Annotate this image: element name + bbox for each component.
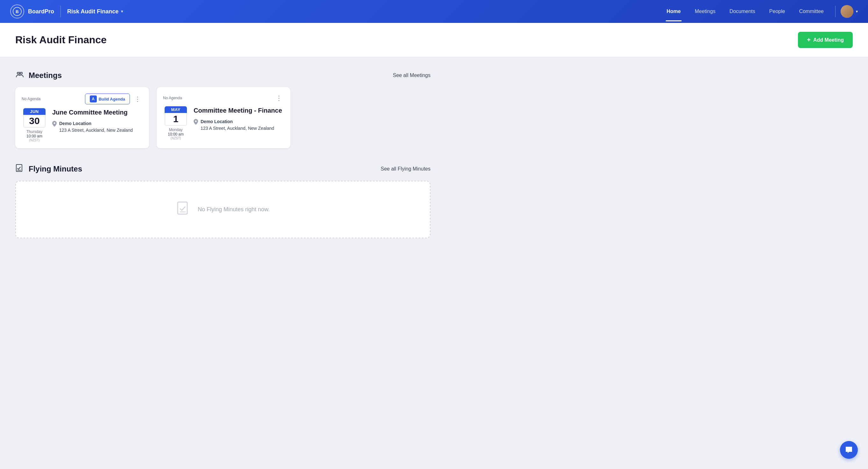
- no-agenda-badge: No Agenda: [163, 96, 182, 100]
- add-meeting-button[interactable]: + Add Meeting: [798, 32, 853, 48]
- location-icon: [194, 119, 198, 126]
- meeting-name: Committee Meeting - Finance: [194, 106, 284, 114]
- brand-logo-icon: B: [10, 4, 24, 19]
- build-agenda-label: Build Agenda: [99, 97, 125, 101]
- card-details: June Committee Meeting Demo Location 1: [52, 108, 143, 134]
- date-day-box: 1: [165, 113, 187, 126]
- date-month: May: [165, 106, 187, 113]
- svg-point-3: [20, 72, 22, 74]
- plus-icon: +: [807, 36, 811, 43]
- card-top-row: No Agenda A Build Agenda ⋮: [22, 94, 143, 104]
- date-day: 1: [165, 114, 186, 124]
- svg-text:B: B: [16, 9, 19, 14]
- flying-minutes-empty: No Flying Minutes right now.: [15, 181, 431, 238]
- card-menu-icon[interactable]: ⋮: [132, 95, 143, 103]
- brand-logo-link[interactable]: B BoardPro: [10, 4, 54, 19]
- page-title: Risk Audit Finance: [15, 34, 107, 46]
- nav-home[interactable]: Home: [660, 6, 687, 17]
- avatar-image: [841, 5, 854, 18]
- location-row: Demo Location 123 A Street, Auckland, Ne…: [194, 119, 284, 132]
- add-meeting-label: Add Meeting: [813, 37, 844, 43]
- card-body: May 1 Monday 10:00 am (NZST) Committee M…: [163, 106, 284, 140]
- flying-minutes-empty-text: No Flying Minutes right now.: [198, 206, 270, 213]
- card-menu-icon[interactable]: ⋮: [274, 94, 284, 102]
- avatar[interactable]: [841, 5, 854, 18]
- org-name: Risk Audit Finance: [67, 8, 119, 15]
- user-chevron-icon: ▾: [856, 9, 858, 14]
- flying-minutes-section-header: Flying Minutes See all Flying Minutes: [15, 164, 431, 174]
- location-row: Demo Location 123 A Street, Auckland, Ne…: [52, 120, 143, 134]
- date-weekday: Thursday: [26, 130, 42, 134]
- meeting-card: No Agenda A Build Agenda ⋮ Jun 30: [15, 87, 149, 148]
- brand-name: BoardPro: [28, 8, 54, 15]
- card-details: Committee Meeting - Finance Demo Locatio…: [194, 106, 284, 132]
- svg-rect-9: [178, 202, 187, 214]
- date-widget: Jun 30 Thursday 10:00 am (NZST): [22, 108, 47, 142]
- nav-user-divider: [835, 6, 836, 17]
- flying-minutes-title: Flying Minutes: [29, 165, 82, 173]
- date-day-box: 30: [23, 115, 45, 128]
- date-month: Jun: [23, 108, 45, 115]
- build-agenda-button[interactable]: A Build Agenda: [85, 94, 130, 104]
- location-icon: [52, 121, 57, 128]
- org-selector[interactable]: Risk Audit Finance ▾: [67, 8, 123, 15]
- nav-meetings[interactable]: Meetings: [688, 6, 722, 17]
- org-dropdown-icon: ▾: [121, 9, 123, 14]
- meetings-icon: [15, 70, 24, 81]
- chat-button[interactable]: [840, 441, 858, 459]
- see-all-flying-minutes-link[interactable]: See all Flying Minutes: [380, 166, 431, 172]
- date-info: Monday 10:00 am (NZST): [168, 128, 184, 140]
- page-header: Risk Audit Finance + Add Meeting: [0, 23, 868, 57]
- meetings-section-header: Meetings See all Meetings: [15, 70, 431, 81]
- card-top-row: No Agenda ⋮: [163, 94, 284, 102]
- meetings-title-group: Meetings: [15, 70, 62, 81]
- location-name: Demo Location: [59, 121, 91, 126]
- card-body: Jun 30 Thursday 10:00 am (NZST) June Com…: [22, 108, 143, 142]
- card-actions: A Build Agenda ⋮: [85, 94, 143, 104]
- flying-minutes-section: Flying Minutes See all Flying Minutes No…: [15, 164, 431, 238]
- meeting-name: June Committee Meeting: [52, 108, 143, 116]
- meetings-title: Meetings: [29, 71, 62, 80]
- location-name: Demo Location: [200, 119, 233, 124]
- flying-minutes-icon: [15, 164, 24, 174]
- main-content: Meetings See all Meetings No Agenda A Bu…: [0, 57, 446, 266]
- date-time: 10:00 am: [168, 132, 184, 136]
- flying-minutes-title-group: Flying Minutes: [15, 164, 82, 174]
- card-actions: ⋮: [274, 94, 284, 102]
- main-nav: Home Meetings Documents People Committee: [660, 6, 830, 17]
- navbar: B BoardPro Risk Audit Finance ▾ Home Mee…: [0, 0, 868, 23]
- date-weekday: Monday: [168, 128, 184, 132]
- no-agenda-badge: No Agenda: [22, 97, 40, 101]
- nav-people[interactable]: People: [763, 6, 792, 17]
- svg-point-6: [195, 121, 197, 122]
- location-address: 123 A Street, Auckland, New Zealand: [200, 126, 274, 131]
- user-menu[interactable]: ▾: [841, 5, 858, 18]
- date-widget: May 1 Monday 10:00 am (NZST): [163, 106, 188, 140]
- meeting-card: No Agenda ⋮ May 1 Monday 10:00 am: [157, 87, 290, 148]
- location-text: Demo Location 123 A Street, Auckland, Ne…: [59, 120, 133, 134]
- date-time: 10:00 am: [26, 134, 42, 138]
- svg-point-5: [54, 123, 55, 124]
- date-tz: (NZST): [168, 136, 184, 140]
- location-address: 123 A Street, Auckland, New Zealand: [59, 128, 133, 133]
- nav-documents[interactable]: Documents: [723, 6, 762, 17]
- see-all-meetings-link[interactable]: See all Meetings: [393, 72, 431, 78]
- nav-committee[interactable]: Committee: [793, 6, 830, 17]
- agenda-icon: A: [90, 96, 97, 102]
- flying-minutes-empty-icon: [176, 200, 191, 219]
- location-text: Demo Location 123 A Street, Auckland, Ne…: [200, 119, 274, 132]
- meeting-cards-container: No Agenda A Build Agenda ⋮ Jun 30: [15, 87, 431, 148]
- date-tz: (NZST): [26, 138, 42, 142]
- date-day: 30: [24, 116, 45, 126]
- meetings-section: Meetings See all Meetings No Agenda A Bu…: [15, 70, 431, 148]
- svg-point-2: [17, 72, 19, 74]
- date-info: Thursday 10:00 am (NZST): [26, 130, 42, 142]
